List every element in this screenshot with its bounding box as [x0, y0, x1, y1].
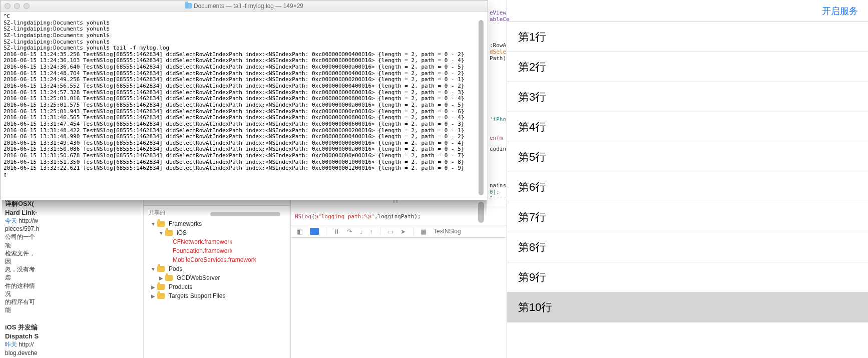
step-over-icon[interactable]: ↷: [347, 228, 352, 235]
start-service-button[interactable]: 开启服务: [822, 5, 858, 17]
continue-icon[interactable]: [310, 228, 319, 235]
folder-icon: [165, 275, 173, 281]
code-fragment-right: eView ableCe :RowA dSele Path) 'iPho en(…: [490, 0, 507, 202]
table-row[interactable]: 第10行: [507, 292, 868, 322]
step-out-icon[interactable]: ↑: [370, 228, 373, 235]
table-row[interactable]: 第5行: [507, 142, 868, 172]
table-row[interactable]: 第7行: [507, 202, 868, 232]
table-row[interactable]: 第1行: [507, 22, 868, 52]
folder-icon: [157, 293, 165, 299]
table-row[interactable]: 第8行: [507, 232, 868, 262]
view-icon[interactable]: ▭: [387, 228, 393, 235]
folder-icon: [157, 284, 165, 290]
window-titlebar[interactable]: Documents — tail -f mylog.log — 149×29: [1, 1, 488, 12]
table-row[interactable]: 第9行: [507, 262, 868, 292]
table-row[interactable]: 第6行: [507, 172, 868, 202]
table-row[interactable]: 第2行: [507, 52, 868, 82]
terminal-scrollbar[interactable]: [479, 20, 484, 195]
pause-icon[interactable]: ⏸: [333, 228, 340, 235]
folder-icon: [185, 3, 192, 9]
window-title: Documents — tail -f mylog.log — 149×29: [194, 3, 303, 10]
terminal-window: Documents — tail -f mylog.log — 149×29 ^…: [0, 0, 488, 200]
table-row[interactable]: 第3行: [507, 82, 868, 112]
zoom-icon[interactable]: [24, 3, 30, 9]
close-icon[interactable]: [5, 3, 11, 9]
app-icon: ▦: [420, 228, 426, 235]
nav-bar: 开启服务: [507, 0, 868, 22]
editor-pane: NSLog(@"logging path:%@",loggingPath); ◧…: [290, 197, 506, 358]
ios-simulator: 开启服务 第1行第2行第3行第4行第5行第6行第7行第8行第9行第10行: [507, 0, 868, 358]
blog-sidebar-fragment: 详解OSX( Hard Link- 今天 http://w pieces/597…: [5, 199, 40, 357]
table-view[interactable]: 第1行第2行第3行第4行第5行第6行第7行第8行第9行第10行: [507, 22, 868, 322]
terminal-output[interactable]: ^C SZ-lingdaiping:Documents yohunl$ SZ-l…: [1, 12, 488, 200]
folder-icon: [165, 230, 173, 236]
folder-icon: [157, 266, 165, 272]
location-icon[interactable]: ➤: [400, 228, 406, 235]
horizontal-scrollbar[interactable]: [210, 212, 280, 216]
minimize-icon[interactable]: [14, 3, 20, 9]
hide-debug-icon[interactable]: ◧: [297, 228, 303, 235]
table-row[interactable]: 第4行: [507, 112, 868, 142]
breadcrumb[interactable]: TestNSlog: [433, 228, 461, 235]
folder-icon: [157, 221, 165, 227]
debug-toolbar: ◧ ⏸ ↷ ↓ ↑ ▭ ➤ ▦ TestNSlog: [291, 225, 506, 238]
step-in-icon[interactable]: ↓: [359, 228, 363, 235]
